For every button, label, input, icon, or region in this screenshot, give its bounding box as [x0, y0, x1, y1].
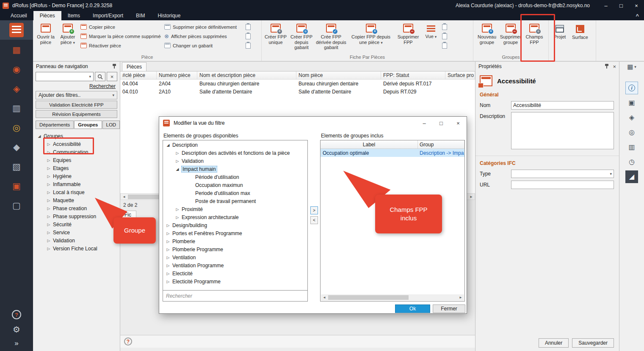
nav-clear-button[interactable]: ×: [107, 72, 117, 81]
rail-finance-button[interactable]: ◎: [0, 118, 33, 137]
help-icon[interactable]: ?: [12, 310, 21, 319]
show-deleted-rooms-button[interactable]: ⊗ Afficher pièces supprimées: [164, 33, 242, 40]
maximize-button[interactable]: □: [614, 0, 629, 11]
modal-tree-item-selected[interactable]: ◢Impact humain: [163, 165, 307, 173]
tree-collapse-icon[interactable]: ▷: [47, 174, 51, 178]
tab-pieces[interactable]: Pièces: [33, 11, 61, 20]
add-room-button[interactable]: + Ajouter pièce ▾: [57, 22, 79, 54]
column-header[interactable]: Surface pro: [445, 71, 475, 79]
settings-gear-icon[interactable]: ⚙: [13, 325, 20, 334]
pin-icon[interactable]: [604, 63, 609, 69]
attachments-tab-button[interactable]: ▥: [625, 141, 638, 154]
ok-button[interactable]: Ok: [395, 304, 430, 313]
tree-expand-icon[interactable]: ◢: [37, 134, 41, 138]
modal-tree-item[interactable]: ▷Plomberie: [163, 237, 307, 245]
tree-item-etages[interactable]: ▷Etages: [33, 164, 120, 172]
description-field[interactable]: [511, 112, 614, 149]
saved-filter-revision-equipements[interactable]: Révision Equipements: [36, 110, 117, 118]
create-fpp-derived-button[interactable]: ✓ Crée FPP dérivée depuis gabarit: [315, 22, 347, 54]
rail-logistics-button[interactable]: ◆: [0, 137, 33, 156]
tree-collapse-icon[interactable]: ▷: [175, 207, 180, 211]
change-template-button[interactable]: Changer un gabarit: [164, 42, 242, 49]
rail-systems-button[interactable]: ◈: [0, 79, 33, 98]
rail-items-button[interactable]: ◉: [0, 59, 33, 79]
close-button[interactable]: ×: [629, 0, 644, 11]
modal-tree-item[interactable]: ▷Electicité Programme: [163, 277, 307, 285]
rechercher-link[interactable]: Rechercher: [89, 83, 116, 89]
tab-accueil[interactable]: Accueil: [4, 11, 33, 20]
scroll-right-icon[interactable]: ►: [468, 195, 475, 199]
tree-collapse-icon[interactable]: ▷: [166, 223, 170, 228]
tree-expand-icon[interactable]: ◢: [175, 167, 180, 171]
modal-tree-item[interactable]: ▷Proximité: [163, 205, 307, 213]
tab-items[interactable]: Items: [61, 11, 86, 20]
new-group-button[interactable]: + Nouveau groupe: [475, 22, 499, 54]
create-fpp-from-template-button[interactable]: ≡ Créer FPP depuis gabarit: [288, 22, 315, 54]
create-fpp-unique-button[interactable]: + Créer FPP unique: [263, 22, 288, 54]
tree-collapse-icon[interactable]: ▷: [47, 230, 51, 235]
tree-collapse-icon[interactable]: ▷: [47, 206, 51, 211]
tree-expand-icon[interactable]: ◢: [166, 143, 170, 147]
rail-building-button[interactable]: ▧: [0, 156, 33, 176]
modal-tree-item[interactable]: ▷Electicité: [163, 269, 307, 277]
fpp-clipboard-special-button[interactable]: [442, 42, 450, 49]
modal-tree-item[interactable]: ▷Expression architecturale: [163, 213, 307, 221]
collapse-ribbon-icon[interactable]: ^: [636, 11, 639, 20]
cancel-button[interactable]: Annuler: [539, 338, 569, 348]
scroll-right-icon[interactable]: ►: [457, 296, 464, 299]
save-button[interactable]: Sauvegarder: [572, 338, 614, 348]
tree-collapse-icon[interactable]: ▷: [175, 215, 180, 219]
room-clipboard-paste-button[interactable]: [246, 33, 253, 40]
add-filters-dropdown[interactable]: Ajouter des filtres.. ▾: [36, 91, 117, 99]
fpp-clipboard-paste-button[interactable]: [442, 33, 450, 40]
saved-filter-validation-electricite[interactable]: Validation Electricité FPP: [36, 101, 117, 109]
tree-item-version-fiche-local[interactable]: ▷Version Fiche Local: [33, 244, 120, 252]
fpp-view-button[interactable]: Vue ▾: [422, 22, 440, 54]
expand-rail-icon[interactable]: »: [14, 340, 18, 347]
modal-tree-item[interactable]: ▷Validation: [163, 157, 307, 165]
nav-tab-groupes[interactable]: Groupes: [74, 121, 102, 129]
room-clipboard-special-button[interactable]: [246, 42, 253, 49]
column-header[interactable]: Nom et description pièce: [197, 71, 296, 79]
nav-search-combo[interactable]: ▾: [36, 72, 94, 81]
modal-tree-item[interactable]: ▷Plomberie Programme: [163, 245, 307, 253]
fpp-clipboard-copy-button[interactable]: [442, 23, 450, 30]
info-tab-button[interactable]: i: [625, 82, 638, 94]
modal-tree-item[interactable]: ▷Ventilation: [163, 253, 307, 261]
modal-tree-item[interactable]: ▷Design/building: [163, 221, 307, 229]
nav-search-button[interactable]: [95, 72, 105, 81]
column-header[interactable]: Numéro pièce: [157, 71, 197, 79]
rail-room-data-button[interactable]: ▦: [0, 40, 33, 59]
room-clipboard-copy-button[interactable]: [246, 23, 253, 30]
modal-tree-item[interactable]: Période d'utilisation: [163, 173, 307, 181]
tab-bim[interactable]: BIM: [130, 11, 151, 20]
column-header[interactable]: Nom pièce: [296, 71, 381, 79]
rail-reports-button[interactable]: ▢: [0, 195, 33, 215]
surface-button[interactable]: Surface: [569, 22, 591, 54]
scrollbar-thumb[interactable]: [328, 295, 409, 300]
copy-room-button[interactable]: Copier pièce: [80, 23, 161, 30]
tree-collapse-icon[interactable]: ▷: [166, 255, 170, 260]
tree-collapse-icon[interactable]: ▷: [175, 151, 180, 155]
column-header[interactable]: FPP: Statut: [381, 71, 445, 79]
modal-tree-item[interactable]: Occupation maximun: [163, 181, 307, 189]
move-left-button[interactable]: <: [310, 216, 318, 224]
modal-tree-item[interactable]: ▷Portes et Fenêtres Programme: [163, 229, 307, 237]
copy-fpp-from-room-button[interactable]: + Copier FPP depuis une pièce ▾: [347, 22, 395, 54]
tab-import-export[interactable]: Import/Export: [86, 11, 130, 20]
nav-tab-lod[interactable]: LOD: [102, 121, 120, 129]
minimize-button[interactable]: –: [598, 0, 614, 11]
dialog-minimize-button[interactable]: –: [416, 117, 433, 129]
tree-collapse-icon[interactable]: ▷: [166, 239, 170, 244]
included-horizontal-scrollbar[interactable]: ◄ ►: [321, 294, 464, 301]
reactivate-room-button[interactable]: Réactiver pièce: [80, 42, 161, 49]
nom-field[interactable]: [511, 101, 614, 110]
modal-tree-item[interactable]: Periode d'utilisation max: [163, 189, 307, 197]
tree-collapse-icon[interactable]: ▷: [166, 231, 170, 236]
open-room-button[interactable]: Ouvrir la pièce: [35, 22, 57, 54]
close-icon[interactable]: ×: [613, 63, 616, 70]
mark-room-deleted-button[interactable]: Marquer la pièce comme supprimée: [80, 33, 161, 40]
url-field[interactable]: [511, 181, 614, 189]
history-tab-button[interactable]: ◷: [625, 156, 638, 168]
included-column-group[interactable]: Group: [418, 140, 464, 148]
